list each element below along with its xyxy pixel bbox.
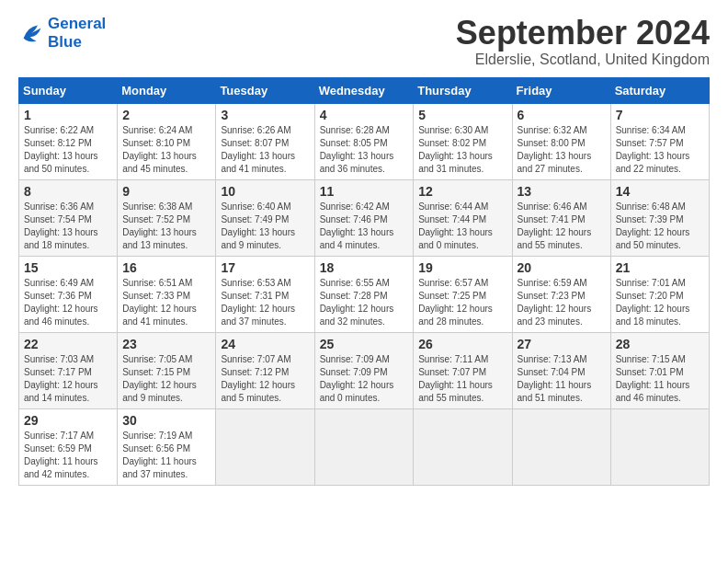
weekday-header-row: SundayMondayTuesdayWednesdayThursdayFrid… [19,77,710,103]
day-info: Sunrise: 7:11 AM Sunset: 7:07 PM Dayligh… [418,353,506,405]
empty-day-cell [414,408,512,485]
day-number: 29 [24,413,112,428]
day-info: Sunrise: 7:05 AM Sunset: 7:15 PM Dayligh… [122,353,210,405]
day-number: 22 [24,337,112,351]
day-cell-13: 13 Sunrise: 6:46 AM Sunset: 7:41 PM Dayl… [512,179,610,256]
day-info: Sunrise: 6:51 AM Sunset: 7:33 PM Dayligh… [122,277,210,328]
day-cell-18: 18 Sunrise: 6:55 AM Sunset: 7:28 PM Dayl… [314,256,414,332]
day-number: 24 [221,337,309,351]
day-info: Sunrise: 6:30 AM Sunset: 8:02 PM Dayligh… [418,124,506,176]
day-info: Sunrise: 7:17 AM Sunset: 6:59 PM Dayligh… [24,430,112,481]
day-info: Sunrise: 6:28 AM Sunset: 8:05 PM Dayligh… [320,124,409,176]
day-cell-27: 27 Sunrise: 7:13 AM Sunset: 7:04 PM Dayl… [512,332,610,408]
empty-day-cell [610,408,709,485]
calendar-week-row: 8 Sunrise: 6:36 AM Sunset: 7:54 PM Dayli… [19,179,710,256]
day-number: 16 [122,260,210,275]
day-number: 21 [616,260,704,275]
day-cell-8: 8 Sunrise: 6:36 AM Sunset: 7:54 PM Dayli… [19,179,118,256]
day-info: Sunrise: 6:59 AM Sunset: 7:23 PM Dayligh… [518,277,606,328]
empty-day-cell [216,408,314,485]
calendar-week-row: 29 Sunrise: 7:17 AM Sunset: 6:59 PM Dayl… [19,408,710,485]
day-info: Sunrise: 6:26 AM Sunset: 8:07 PM Dayligh… [221,124,309,176]
day-info: Sunrise: 7:07 AM Sunset: 7:12 PM Dayligh… [221,353,309,405]
weekday-header-saturday: Saturday [610,77,709,103]
day-cell-15: 15 Sunrise: 6:49 AM Sunset: 7:36 PM Dayl… [19,256,118,332]
day-number: 25 [320,337,409,351]
day-cell-6: 6 Sunrise: 6:32 AM Sunset: 8:00 PM Dayli… [512,103,610,179]
day-number: 26 [418,337,506,351]
day-info: Sunrise: 6:22 AM Sunset: 8:12 PM Dayligh… [24,124,112,176]
month-title: September 2024 [456,15,710,52]
day-cell-10: 10 Sunrise: 6:40 AM Sunset: 7:49 PM Dayl… [216,179,314,256]
calendar-week-row: 1 Sunrise: 6:22 AM Sunset: 8:12 PM Dayli… [19,103,710,179]
day-number: 18 [320,260,409,275]
day-number: 14 [616,184,704,199]
day-info: Sunrise: 7:15 AM Sunset: 7:01 PM Dayligh… [616,353,704,405]
day-cell-5: 5 Sunrise: 6:30 AM Sunset: 8:02 PM Dayli… [414,103,512,179]
day-cell-23: 23 Sunrise: 7:05 AM Sunset: 7:15 PM Dayl… [118,332,216,408]
day-info: Sunrise: 6:38 AM Sunset: 7:52 PM Dayligh… [122,201,210,252]
weekday-header-wednesday: Wednesday [314,77,414,103]
day-info: Sunrise: 7:09 AM Sunset: 7:09 PM Dayligh… [320,353,409,405]
day-number: 28 [616,337,704,351]
day-info: Sunrise: 6:32 AM Sunset: 8:00 PM Dayligh… [518,124,606,176]
logo-icon [18,20,44,46]
day-info: Sunrise: 7:13 AM Sunset: 7:04 PM Dayligh… [518,353,606,405]
day-info: Sunrise: 6:44 AM Sunset: 7:44 PM Dayligh… [418,201,506,252]
day-info: Sunrise: 7:03 AM Sunset: 7:17 PM Dayligh… [24,353,112,405]
day-number: 5 [418,108,506,122]
day-number: 8 [24,184,112,199]
day-info: Sunrise: 6:40 AM Sunset: 7:49 PM Dayligh… [221,201,309,252]
day-cell-14: 14 Sunrise: 6:48 AM Sunset: 7:39 PM Dayl… [610,179,709,256]
day-cell-28: 28 Sunrise: 7:15 AM Sunset: 7:01 PM Dayl… [610,332,709,408]
day-number: 12 [418,184,506,199]
day-cell-7: 7 Sunrise: 6:34 AM Sunset: 7:57 PM Dayli… [610,103,709,179]
weekday-header-friday: Friday [512,77,610,103]
day-cell-26: 26 Sunrise: 7:11 AM Sunset: 7:07 PM Dayl… [414,332,512,408]
weekday-header-monday: Monday [118,77,216,103]
weekday-header-tuesday: Tuesday [216,77,314,103]
day-number: 17 [221,260,309,275]
day-cell-16: 16 Sunrise: 6:51 AM Sunset: 7:33 PM Dayl… [118,256,216,332]
day-info: Sunrise: 6:57 AM Sunset: 7:25 PM Dayligh… [418,277,506,328]
day-number: 27 [518,337,606,351]
day-cell-30: 30 Sunrise: 7:19 AM Sunset: 6:56 PM Dayl… [118,408,216,485]
day-info: Sunrise: 6:48 AM Sunset: 7:39 PM Dayligh… [616,201,704,252]
logo-text: General Blue [48,15,106,52]
weekday-header-sunday: Sunday [19,77,118,103]
day-number: 10 [221,184,309,199]
day-cell-11: 11 Sunrise: 6:42 AM Sunset: 7:46 PM Dayl… [314,179,414,256]
day-info: Sunrise: 7:01 AM Sunset: 7:20 PM Dayligh… [616,277,704,328]
day-cell-1: 1 Sunrise: 6:22 AM Sunset: 8:12 PM Dayli… [19,103,118,179]
day-cell-2: 2 Sunrise: 6:24 AM Sunset: 8:10 PM Dayli… [118,103,216,179]
day-cell-12: 12 Sunrise: 6:44 AM Sunset: 7:44 PM Dayl… [414,179,512,256]
day-cell-25: 25 Sunrise: 7:09 AM Sunset: 7:09 PM Dayl… [314,332,414,408]
day-info: Sunrise: 6:55 AM Sunset: 7:28 PM Dayligh… [320,277,409,328]
day-info: Sunrise: 6:46 AM Sunset: 7:41 PM Dayligh… [518,201,606,252]
day-info: Sunrise: 6:36 AM Sunset: 7:54 PM Dayligh… [24,201,112,252]
day-cell-24: 24 Sunrise: 7:07 AM Sunset: 7:12 PM Dayl… [216,332,314,408]
day-number: 13 [518,184,606,199]
empty-day-cell [512,408,610,485]
day-cell-29: 29 Sunrise: 7:17 AM Sunset: 6:59 PM Dayl… [19,408,118,485]
day-number: 20 [518,260,606,275]
day-cell-4: 4 Sunrise: 6:28 AM Sunset: 8:05 PM Dayli… [314,103,414,179]
day-info: Sunrise: 6:53 AM Sunset: 7:31 PM Dayligh… [221,277,309,328]
day-cell-17: 17 Sunrise: 6:53 AM Sunset: 7:31 PM Dayl… [216,256,314,332]
day-info: Sunrise: 6:24 AM Sunset: 8:10 PM Dayligh… [122,124,210,176]
day-number: 3 [221,108,309,122]
day-number: 23 [122,337,210,351]
calendar-week-row: 15 Sunrise: 6:49 AM Sunset: 7:36 PM Dayl… [19,256,710,332]
day-number: 9 [122,184,210,199]
calendar-week-row: 22 Sunrise: 7:03 AM Sunset: 7:17 PM Dayl… [19,332,710,408]
location-title: Elderslie, Scotland, United Kingdom [456,52,710,68]
day-info: Sunrise: 6:42 AM Sunset: 7:46 PM Dayligh… [320,201,409,252]
day-info: Sunrise: 6:49 AM Sunset: 7:36 PM Dayligh… [24,277,112,328]
day-number: 15 [24,260,112,275]
day-number: 7 [616,108,704,122]
day-number: 19 [418,260,506,275]
day-cell-19: 19 Sunrise: 6:57 AM Sunset: 7:25 PM Dayl… [414,256,512,332]
day-number: 30 [122,413,210,428]
title-block: September 2024 Elderslie, Scotland, Unit… [456,15,710,68]
day-info: Sunrise: 7:19 AM Sunset: 6:56 PM Dayligh… [122,430,210,481]
